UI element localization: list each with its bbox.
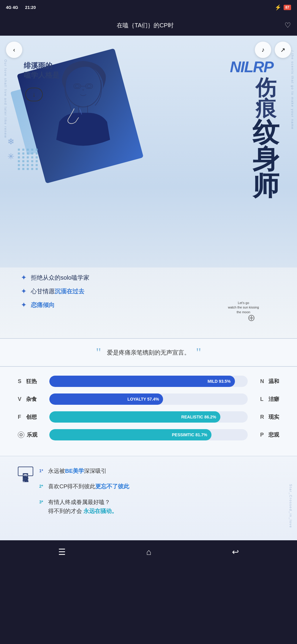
stat-bar-container-1: MILD 93.5%	[49, 376, 248, 387]
bullet-star-3: ✦	[21, 301, 27, 309]
bullet-text-1: 拒绝从众的solo嗑学家	[31, 274, 89, 282]
stat-letter-n: N	[260, 378, 266, 385]
stat-name-jiepi: 洁癖	[268, 396, 279, 403]
dots-pattern	[18, 149, 38, 172]
jiaxue-num-3: 3*	[39, 499, 48, 505]
hero-section: Our love shall live and later like renew…	[0, 36, 297, 267]
vertical-deco-lower-right: Star_Crossed_in_love	[289, 484, 293, 528]
stat-name-beiguan: 悲观	[268, 431, 279, 438]
stat-row-3: F 创想 REALISTIC 86.2% R 现实	[18, 411, 279, 423]
home-icon[interactable]: ⌂	[146, 547, 151, 557]
stat-bar-label-2: LOYALTY 57.4%	[127, 397, 159, 401]
quote-text: 爱是疼痛亲笔镌刻的无声宣言。	[107, 349, 190, 357]
jiaxue-num-1: 1*	[39, 467, 48, 474]
stat-bar-container-4: PESSIMTIC 81.7%	[49, 429, 248, 440]
bullet-text-2a: 心甘情愿	[31, 287, 55, 295]
nav-buttons-row: ‹ ♪ ↗	[0, 42, 297, 58]
share-button[interactable]: ↗	[275, 42, 291, 58]
bullet-highlight-2: 沉湎在过去	[55, 287, 84, 295]
jiaxue-text-1a: 永远被	[48, 467, 65, 475]
title-char-2: 痕	[252, 98, 279, 119]
bullet-star-1: ✦	[21, 273, 27, 282]
bullet-item-2: ✦ 心甘情愿 沉湎在过去	[21, 287, 276, 295]
jiaxue-text-3b: 得不到的才会	[48, 508, 82, 514]
music-button[interactable]: ♪	[255, 42, 271, 58]
stat-letter-l: L	[260, 396, 266, 402]
status-right: ⚡ 87	[275, 4, 291, 11]
stat-bar-label-1: MILD 93.5%	[208, 379, 231, 384]
jiaxue-highlight-3: 永远在骚动。	[83, 508, 117, 514]
stat-label-right-4: P 悲观	[252, 431, 279, 438]
stat-row-2: V 杂食 LOYALTY 57.4% L 洁癖	[18, 393, 279, 405]
stat-label-right-2: L 洁癖	[252, 396, 279, 403]
title-char-1: 伤	[252, 77, 279, 98]
stat-name-zashi: 杂食	[26, 396, 37, 403]
stat-bar-fill-3: REALISTIC 86.2%	[49, 411, 220, 423]
menu-icon[interactable]: ☰	[58, 547, 66, 557]
jiaxue-item-1: 1* 永远被 BE美学 深深吸引	[39, 467, 279, 475]
jiaxue-text-3a: 有情人终成眷属最好嗑？	[48, 498, 110, 507]
stat-letter-s: S	[18, 378, 24, 385]
heart-icon[interactable]: ♡	[285, 21, 291, 29]
jiaxue-label: 【嗑学取向】	[18, 467, 33, 476]
stat-letter-p: P	[260, 432, 266, 438]
jiaxue-item-2: 2* 喜欢CP得不到彼此 更忘不了彼此	[39, 482, 279, 491]
jiaxue-text-1b: 深深吸引	[84, 467, 107, 475]
jiaxue-highlight-2: 更忘不了彼此	[95, 482, 129, 491]
stat-bar-container-2: LOYALTY 57.4%	[49, 393, 248, 405]
quote-section: " 爱是疼痛亲笔镌刻的无声宣言。 "	[0, 338, 297, 366]
vertical-deco-text-left: Our love shall live and later like renew	[4, 59, 8, 138]
back-nav-icon[interactable]: ↩	[232, 547, 239, 557]
title-char-3: 纹	[252, 119, 279, 146]
snowflake-icon-1: ❄	[7, 137, 14, 147]
stat-bar-container-3: REALISTIC 86.2%	[49, 411, 248, 423]
stat-name-xianshi: 现实	[268, 413, 279, 421]
stat-name-chuangxiang: 创想	[26, 413, 37, 421]
title-char-4: 身	[252, 146, 279, 172]
stat-name-wenhe: 温和	[268, 378, 279, 385]
battery-indicator: 87	[284, 5, 291, 10]
jiaxue-num-2: 2*	[39, 483, 48, 489]
big-title-right: 伤 痕 纹 身 师	[252, 77, 279, 199]
stat-letter-o: O	[18, 432, 24, 438]
nilrp-logo: NILRP	[230, 58, 273, 76]
status-bar: 4G 4G 21:20 ⚡ 87	[0, 0, 297, 15]
character-illustration	[36, 51, 131, 169]
compass-icon: ⊕	[247, 312, 255, 323]
title-char-5: 师	[252, 172, 279, 199]
stat-name-kuanre: 狂热	[26, 378, 37, 385]
bullet-item-1: ✦ 拒绝从众的solo嗑学家	[21, 273, 276, 282]
bottom-nav: ☰ ⌂ ↩	[0, 540, 297, 564]
stat-letter-f: F	[18, 414, 24, 420]
jiaxue-text-2a: 喜欢CP得不到彼此	[48, 482, 95, 491]
nav-title: 在嗑｛TA们｝的CP时	[6, 21, 285, 29]
jiaxue-content: 1* 永远被 BE美学 深深吸引 2* 喜欢CP得不到彼此 更忘不了彼此 3* …	[39, 467, 279, 522]
top-nav: 在嗑｛TA们｝的CP时 ♡	[0, 15, 297, 36]
main-content: ‹ ♪ ↗ Our love shall live and later like…	[0, 36, 297, 540]
stat-label-right-3: R 现实	[252, 413, 279, 421]
stat-label-left-2: V 杂食	[18, 396, 45, 403]
stat-bar-fill-1: MILD 93.5%	[49, 376, 235, 387]
svg-point-2	[87, 85, 91, 88]
stat-letter-r: R	[260, 414, 266, 420]
lightning-icon: ⚡	[275, 4, 281, 11]
stat-row-1: S 狂热 MILD 93.5% N 温和	[18, 376, 279, 387]
stat-label-left-4: O 乐观	[18, 431, 45, 438]
vertical-deco-text-right: / the scents that go to make your name	[290, 51, 295, 130]
stat-bar-fill-4: PESSIMTIC 81.7%	[49, 429, 211, 440]
stat-bar-fill-2: LOYALTY 57.4%	[49, 393, 163, 405]
stat-label-left-3: F 创想	[18, 413, 45, 421]
bullet-highlight-3: 恋痛倾向	[31, 301, 55, 309]
back-button[interactable]: ‹	[6, 42, 22, 58]
stat-label-right-1: N 温和	[252, 378, 279, 385]
stats-section: S 狂热 MILD 93.5% N 温和 V 杂食 LOYALTY 57.4%	[0, 367, 297, 456]
open-quote-mark: "	[96, 346, 101, 359]
bullet-section: ✦ 拒绝从众的solo嗑学家 ✦ 心甘情愿 沉湎在过去 ✦ 恋痛倾向 Let's…	[0, 267, 297, 338]
stat-bar-label-4: PESSIMTIC 81.7%	[172, 432, 207, 437]
close-quote-mark: "	[196, 346, 201, 359]
snowflake-icon-2: ✳	[7, 152, 14, 161]
status-network-time: 4G 4G 21:20	[6, 5, 36, 10]
right-nav-buttons: ♪ ↗	[255, 42, 291, 58]
stat-name-leguan: 乐观	[27, 431, 37, 438]
stat-row-4: O 乐观 PESSIMTIC 81.7% P 悲观	[18, 429, 279, 440]
